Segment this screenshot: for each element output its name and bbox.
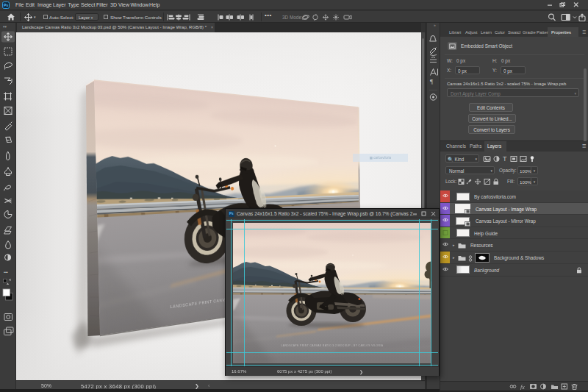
svg-text:»: » [434, 23, 436, 27]
svg-text:LANDSCAPE PRINT CANVAS RATIO 3: LANDSCAPE PRINT CANVAS RATIO 3:2 MOCKUP … [282, 344, 384, 347]
svg-text:▾▾: ▾▾ [3, 24, 7, 29]
svg-text:fx: fx [520, 384, 525, 391]
svg-text:•••: ••• [4, 270, 8, 274]
svg-text:T: T [503, 155, 507, 163]
svg-text:¶: ¶ [430, 78, 433, 85]
